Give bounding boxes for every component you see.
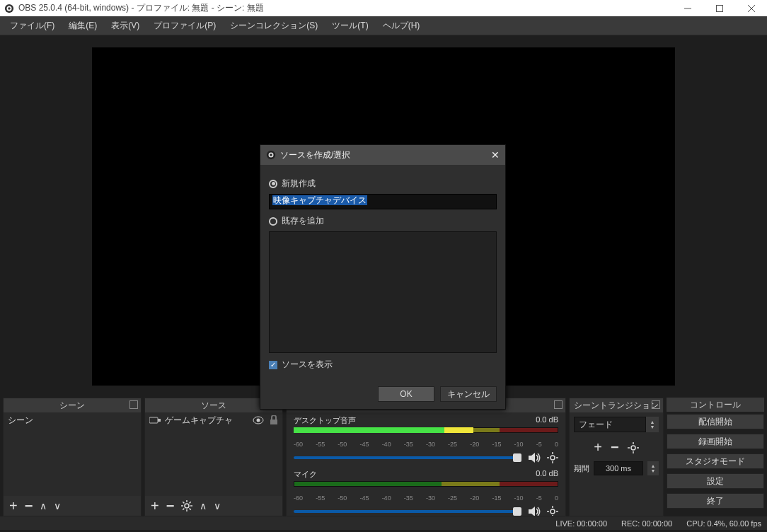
status-live: LIVE: 00:00:00 <box>555 519 607 528</box>
volume-slider[interactable] <box>294 456 521 459</box>
status-rec: REC: 00:00:00 <box>621 519 672 528</box>
svg-line-18 <box>190 509 191 510</box>
menu-file[interactable]: ファイル(F) <box>3 16 62 35</box>
controls-panel-title: コントロール <box>690 399 741 411</box>
svg-point-22 <box>550 456 555 460</box>
menu-scenecollection[interactable]: シーンコレクション(S) <box>223 16 325 35</box>
close-button[interactable] <box>735 0 767 16</box>
menu-profile[interactable]: プロファイル(P) <box>146 16 223 35</box>
source-list-item[interactable]: ゲームキャプチャ <box>145 412 282 428</box>
sources-panel-title: ソース <box>201 400 226 412</box>
remove-source-button[interactable]: − <box>166 498 175 514</box>
svg-point-28 <box>550 509 555 514</box>
show-source-label: ソースを表示 <box>282 359 333 371</box>
mixer-channel-name: マイク <box>294 469 317 480</box>
panel-popout-icon[interactable] <box>129 400 138 409</box>
duration-stepper[interactable]: ▲▼ <box>647 461 659 475</box>
minimize-button[interactable] <box>671 0 703 16</box>
visibility-icon[interactable] <box>253 416 264 424</box>
lock-icon[interactable] <box>270 415 278 425</box>
svg-rect-4 <box>716 5 722 11</box>
speaker-icon[interactable] <box>527 504 541 516</box>
slider-thumb[interactable] <box>513 453 521 462</box>
menu-tools[interactable]: ツール(T) <box>325 16 375 35</box>
dialog-close-button[interactable]: ✕ <box>491 149 500 161</box>
statusbar: LIVE: 00:00:00 REC: 00:00:00 CPU: 0.4%, … <box>0 516 767 530</box>
mixer-channel-db: 0.0 dB <box>536 415 558 426</box>
transitions-panel-title: シーントランジション <box>574 400 659 412</box>
transition-select-arrows[interactable]: ▲▼ <box>646 417 659 432</box>
audio-ticks: -60-55-50-45-40-35-30-25-20-15-10-50 <box>294 441 558 448</box>
maximize-button[interactable] <box>703 0 735 16</box>
audio-ticks: -60-55-50-45-40-35-30-25-20-15-10-50 <box>294 495 558 502</box>
ok-button[interactable]: OK <box>378 386 434 402</box>
audio-meter <box>294 481 558 487</box>
add-existing-radio[interactable] <box>269 217 277 226</box>
transition-select[interactable]: フェード <box>574 417 646 432</box>
sources-panel: ソース ゲームキャプチャ + − ∧ ∨ <box>144 398 283 516</box>
panel-popout-icon[interactable] <box>554 400 563 409</box>
cancel-button[interactable]: キャンセル <box>440 386 497 402</box>
dialog-title: ソースを作成/選択 <box>280 149 350 161</box>
controls-panel: コントロール 配信開始 録画開始 スタジオモード 設定 終了 <box>667 398 764 516</box>
svg-point-10 <box>257 419 260 422</box>
duration-label: 期間 <box>574 463 589 474</box>
channel-settings-icon[interactable] <box>547 506 558 516</box>
scene-up-button[interactable]: ∧ <box>40 500 47 511</box>
svg-marker-21 <box>529 453 535 463</box>
exit-button[interactable]: 終了 <box>667 493 764 509</box>
svg-rect-8 <box>158 419 161 422</box>
transition-settings-button[interactable] <box>628 442 639 453</box>
source-item-label: ゲームキャプチャ <box>165 412 233 428</box>
scene-list-item[interactable]: シーン <box>4 412 141 428</box>
svg-rect-11 <box>270 420 277 424</box>
panel-popout-icon[interactable] <box>652 400 660 409</box>
create-new-label: 新規作成 <box>282 178 316 190</box>
audio-mixer-panel: 音声ミキサー デスクトップ音声0.0 dB -60-55-50-45-40-35… <box>286 398 566 516</box>
svg-line-20 <box>190 502 191 503</box>
volume-slider[interactable] <box>294 510 521 513</box>
add-source-button[interactable]: + <box>151 498 159 514</box>
scene-item-label: シーン <box>8 412 33 428</box>
studio-mode-button[interactable]: スタジオモード <box>667 453 764 469</box>
mixer-channel: マイク0.0 dB -60-55-50-45-40-35-30-25-20-15… <box>287 466 565 516</box>
remove-scene-button[interactable]: − <box>25 498 33 514</box>
mixer-channel: デスクトップ音声0.0 dB -60-55-50-45-40-35-30-25-… <box>287 412 565 466</box>
slider-thumb[interactable] <box>513 507 521 516</box>
svg-point-12 <box>185 504 189 508</box>
source-name-value: 映像キャプチャデバイス <box>272 195 367 205</box>
window-titlebar: OBS 25.0.4 (64-bit, windows) - プロファイル: 無… <box>0 0 767 16</box>
settings-button[interactable]: 設定 <box>667 473 764 489</box>
source-down-button[interactable]: ∨ <box>214 500 221 511</box>
svg-point-40 <box>270 154 272 156</box>
obs-logo-icon <box>4 4 14 13</box>
svg-line-17 <box>183 502 185 503</box>
transitions-panel: シーントランジション フェード ▲▼ + − 期間 300 ms ▲▼ <box>569 398 664 516</box>
status-cpu: CPU: 0.4%, 60.00 fps <box>686 519 761 528</box>
start-streaming-button[interactable]: 配信開始 <box>667 414 764 429</box>
menu-help[interactable]: ヘルプ(H) <box>376 16 427 35</box>
show-source-checkbox[interactable]: ✓ <box>269 361 277 369</box>
menu-edit[interactable]: 編集(E) <box>62 16 104 35</box>
source-up-button[interactable]: ∧ <box>200 500 207 511</box>
speaker-icon[interactable] <box>527 451 541 465</box>
source-name-input[interactable]: 映像キャプチャデバイス <box>269 194 497 209</box>
duration-input[interactable]: 300 ms <box>594 461 643 475</box>
mixer-channel-db: 0.0 dB <box>536 469 558 480</box>
menubar: ファイル(F) 編集(E) 表示(V) プロファイル(P) シーンコレクション(… <box>0 16 767 35</box>
create-new-radio[interactable] <box>269 180 277 188</box>
svg-rect-7 <box>149 417 158 423</box>
existing-sources-list[interactable] <box>269 231 497 353</box>
svg-line-19 <box>183 509 185 510</box>
channel-settings-icon[interactable] <box>547 452 558 463</box>
add-transition-button[interactable]: + <box>594 439 602 456</box>
menu-view[interactable]: 表示(V) <box>104 16 146 35</box>
create-source-dialog: ソースを作成/選択 ✕ 新規作成 映像キャプチャデバイス 既存を追加 ✓ソースを… <box>260 144 506 410</box>
scene-down-button[interactable]: ∨ <box>54 500 61 511</box>
svg-point-33 <box>631 446 635 450</box>
start-recording-button[interactable]: 録画開始 <box>667 434 764 449</box>
source-properties-button[interactable] <box>181 500 192 511</box>
add-existing-label: 既存を追加 <box>282 215 324 227</box>
add-scene-button[interactable]: + <box>9 498 18 514</box>
remove-transition-button[interactable]: − <box>611 439 619 456</box>
